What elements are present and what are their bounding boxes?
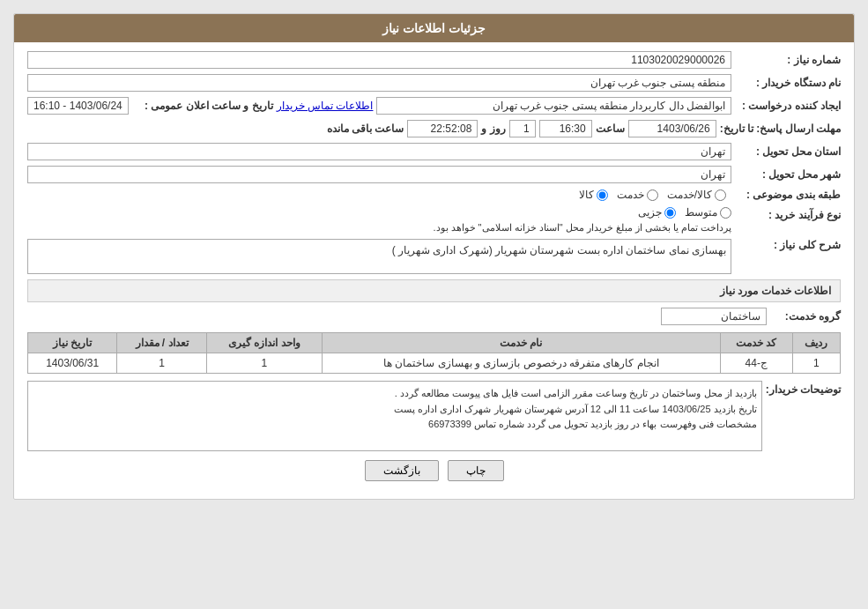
reply-time-label: ساعت <box>596 123 625 135</box>
process-label-motavaset: متوسط <box>685 206 717 219</box>
remaining-time-label: ساعت باقی مانده <box>327 123 404 135</box>
description-value: بهسازی نمای ساختمان اداره بست شهرستان شه… <box>27 239 731 274</box>
col-quantity: تعداد / مقدار <box>117 333 206 353</box>
table-row: 1ج-44انجام کارهای متفرقه درخصوص بازسازی … <box>28 353 841 374</box>
buyer-org-value: منطقه پستی جنوب غرب تهران <box>27 74 731 92</box>
description-row: شرح کلی نیاز : بهسازی نمای ساختمان اداره… <box>27 239 841 274</box>
reply-deadline-row: مهلت ارسال پاسخ: تا تاریخ: 1403/06/26 سا… <box>27 120 841 137</box>
cell-row: 1 <box>792 353 840 374</box>
creator-contact-link[interactable]: اطلاعات تماس خریدار <box>277 100 374 112</box>
process-radio-jozi[interactable] <box>664 207 676 219</box>
group-value: ساختمان <box>661 308 767 325</box>
process-option-motavaset[interactable]: متوسط <box>685 206 731 219</box>
process-row: نوع فرآیند خرید : متوسط جزیی <box>27 206 841 234</box>
group-label: گروه خدمت: <box>770 310 841 323</box>
print-button[interactable]: چاپ <box>448 460 504 481</box>
services-section: اطلاعات خدمات مورد نیاز گروه خدمت: ساختم… <box>27 279 841 374</box>
category-label: طبقه بندی موضوعی : <box>735 189 841 201</box>
process-option-jozi[interactable]: جزیی <box>638 206 676 219</box>
process-radio-motavaset[interactable] <box>720 207 731 219</box>
buyer-notes-row: توضیحات خریدار: بازدید از محل وساختمان د… <box>27 381 841 451</box>
category-radio-kala-khedmat[interactable] <box>715 189 726 201</box>
reply-time-value: 16:30 <box>539 120 592 137</box>
creator-announce-row: ایجاد کننده درخواست : ابوالفضل دال کاربر… <box>27 97 841 115</box>
process-label: نوع فرآیند خرید : <box>735 206 841 221</box>
page-header: جزئیات اطلاعات نیاز <box>14 14 854 42</box>
buyer-org-label: نام دستگاه خریدار : <box>735 77 841 89</box>
cell-code: ج-44 <box>720 353 792 374</box>
remaining-day-value: 1 <box>509 120 536 137</box>
category-option-kala[interactable]: کالا <box>579 189 608 201</box>
category-option-khedmat[interactable]: خدمت <box>617 189 658 201</box>
col-name: نام خدمت <box>322 333 720 353</box>
col-row-num: ردیف <box>792 333 840 353</box>
page-wrapper: جزئیات اطلاعات نیاز شماره نیاز : 1103020… <box>0 0 868 609</box>
main-container: جزئیات اطلاعات نیاز شماره نیاز : 1103020… <box>13 13 855 500</box>
buyer-notes-value: بازدید از محل وساختمان در تاریخ وساعت مق… <box>27 381 762 451</box>
col-unit: واحد اندازه گیری <box>206 333 322 353</box>
process-options: متوسط جزیی پرداخت تمام یا بخشی از مبلغ خ… <box>27 206 731 234</box>
delivery-city-label: شهر محل تحویل : <box>735 168 841 181</box>
remaining-day-label: روز و <box>481 123 505 135</box>
announce-datetime-label: تاریخ و ساعت اعلان عمومی : <box>132 100 273 112</box>
creator-label: ایجاد کننده درخواست : <box>735 100 841 112</box>
description-label: شرح کلی نیاز : <box>735 239 841 251</box>
cell-quantity: 1 <box>117 353 206 374</box>
cell-name: انجام کارهای متفرقه درخصوص بازسازی و بهس… <box>322 353 720 374</box>
reply-date-value: 1403/06/26 <box>628 120 716 137</box>
group-row: گروه خدمت: ساختمان <box>27 308 841 325</box>
process-note: پرداخت تمام یا بخشی از مبلغ خریدار محل "… <box>27 222 731 234</box>
category-radio-khedmat[interactable] <box>647 189 658 201</box>
content-area: شماره نیاز : 1103020029000026 نام دستگاه… <box>14 42 854 499</box>
services-header: اطلاعات خدمات مورد نیاز <box>27 279 841 302</box>
remaining-time-value: 22:52:08 <box>407 120 478 137</box>
category-label-kala: کالا <box>579 189 594 201</box>
buyer-org-row: نام دستگاه خریدار : منطقه پستی جنوب غرب … <box>27 74 841 92</box>
delivery-province-label: استان محل تحویل : <box>735 145 841 158</box>
table-header-row: ردیف کد خدمت نام خدمت واحد اندازه گیری ت… <box>28 333 841 353</box>
delivery-city-row: شهر محل تحویل : تهران <box>27 166 841 183</box>
col-code: کد خدمت <box>720 333 792 353</box>
creator-value: ابوالفضل دال کاربردار منطقه پستی جنوب غر… <box>376 97 731 115</box>
category-radio-kala[interactable] <box>597 189 608 201</box>
category-label-khedmat: خدمت <box>617 189 644 201</box>
process-option-row: متوسط جزیی <box>27 206 731 219</box>
need-number-label: شماره نیاز : <box>735 54 841 66</box>
delivery-city-value: تهران <box>27 166 731 183</box>
delivery-province-row: استان محل تحویل : تهران <box>27 143 841 160</box>
items-table: ردیف کد خدمت نام خدمت واحد اندازه گیری ت… <box>27 332 841 374</box>
cell-date: 1403/06/31 <box>28 353 117 374</box>
process-label-jozi: جزیی <box>638 206 662 219</box>
need-number-row: شماره نیاز : 1103020029000026 <box>27 51 841 69</box>
announce-datetime-value: 1403/06/24 - 16:10 <box>27 97 129 115</box>
cell-unit: 1 <box>206 353 322 374</box>
buttons-row: چاپ بازگشت <box>27 460 841 481</box>
buyer-notes-label: توضیحات خریدار: <box>766 381 841 396</box>
reply-deadline-label: مهلت ارسال پاسخ: تا تاریخ: <box>720 123 841 135</box>
category-label-kala-khedmat: کالا/خدمت <box>667 189 712 201</box>
delivery-province-value: تهران <box>27 143 731 160</box>
inner-content: شماره نیاز : 1103020029000026 نام دستگاه… <box>27 51 841 481</box>
need-number-value: 1103020029000026 <box>27 51 731 69</box>
back-button[interactable]: بازگشت <box>365 460 439 481</box>
category-row: طبقه بندی موضوعی : کالا/خدمت خدمت کالا <box>27 189 841 201</box>
col-date: تاریخ نیاز <box>28 333 117 353</box>
category-option-kala-khedmat[interactable]: کالا/خدمت <box>667 189 726 201</box>
